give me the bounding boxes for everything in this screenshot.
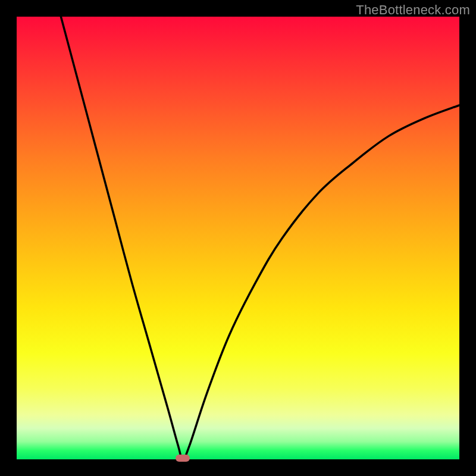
chart-frame: TheBottleneck.com	[0, 0, 476, 476]
curve-path	[61, 17, 459, 459]
curve-svg	[17, 17, 459, 459]
plot-area	[17, 17, 459, 459]
optimum-marker	[176, 455, 190, 462]
watermark-text: TheBottleneck.com	[356, 2, 470, 18]
